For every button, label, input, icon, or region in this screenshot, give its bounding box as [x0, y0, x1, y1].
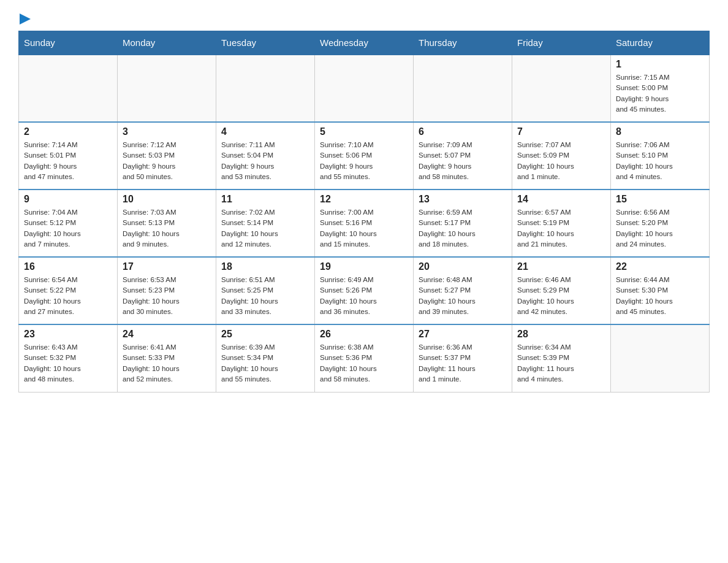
- calendar-cell: 2Sunrise: 7:14 AM Sunset: 5:01 PM Daylig…: [19, 122, 118, 190]
- day-info: Sunrise: 6:54 AM Sunset: 5:22 PM Dayligh…: [24, 275, 112, 317]
- day-number: 9: [24, 194, 112, 205]
- calendar-cell: 14Sunrise: 6:57 AM Sunset: 5:19 PM Dayli…: [512, 190, 611, 257]
- calendar-cell: 12Sunrise: 7:00 AM Sunset: 5:16 PM Dayli…: [315, 190, 414, 257]
- day-info: Sunrise: 7:00 AM Sunset: 5:16 PM Dayligh…: [320, 207, 408, 250]
- calendar-cell: 23Sunrise: 6:43 AM Sunset: 5:32 PM Dayli…: [19, 324, 118, 392]
- day-number: 25: [221, 329, 309, 340]
- day-info: Sunrise: 6:44 AM Sunset: 5:30 PM Dayligh…: [616, 275, 704, 317]
- calendar-cell: 13Sunrise: 6:59 AM Sunset: 5:17 PM Dayli…: [414, 190, 512, 257]
- weekday-header-saturday: Saturday: [611, 31, 710, 55]
- svg-marker-0: [20, 13, 31, 25]
- weekday-header-thursday: Thursday: [414, 31, 512, 55]
- day-number: 4: [221, 126, 309, 137]
- day-info: Sunrise: 7:02 AM Sunset: 5:14 PM Dayligh…: [221, 207, 309, 250]
- calendar-week-row: 23Sunrise: 6:43 AM Sunset: 5:32 PM Dayli…: [19, 324, 710, 392]
- calendar-cell: [611, 324, 710, 392]
- day-number: 19: [320, 261, 408, 272]
- calendar-cell: 3Sunrise: 7:12 AM Sunset: 5:03 PM Daylig…: [118, 122, 216, 190]
- day-info: Sunrise: 6:53 AM Sunset: 5:23 PM Dayligh…: [123, 275, 211, 317]
- calendar-cell: 19Sunrise: 6:49 AM Sunset: 5:26 PM Dayli…: [315, 257, 414, 324]
- day-number: 20: [419, 261, 507, 272]
- calendar-week-row: 16Sunrise: 6:54 AM Sunset: 5:22 PM Dayli…: [19, 257, 710, 324]
- calendar-cell: 20Sunrise: 6:48 AM Sunset: 5:27 PM Dayli…: [414, 257, 512, 324]
- day-info: Sunrise: 7:11 AM Sunset: 5:04 PM Dayligh…: [221, 140, 309, 182]
- calendar-week-row: 2Sunrise: 7:14 AM Sunset: 5:01 PM Daylig…: [19, 122, 710, 190]
- day-info: Sunrise: 6:59 AM Sunset: 5:17 PM Dayligh…: [419, 207, 507, 250]
- day-info: Sunrise: 6:36 AM Sunset: 5:37 PM Dayligh…: [419, 342, 507, 385]
- calendar-cell: [315, 55, 414, 122]
- calendar-table: SundayMondayTuesdayWednesdayThursdayFrid…: [18, 31, 710, 393]
- calendar-cell: 21Sunrise: 6:46 AM Sunset: 5:29 PM Dayli…: [512, 257, 611, 324]
- day-number: 1: [616, 59, 704, 70]
- calendar-cell: 28Sunrise: 6:34 AM Sunset: 5:39 PM Dayli…: [512, 324, 611, 392]
- logo: [18, 12, 31, 25]
- day-number: 3: [123, 126, 211, 137]
- day-info: Sunrise: 6:56 AM Sunset: 5:20 PM Dayligh…: [616, 207, 704, 250]
- day-info: Sunrise: 6:49 AM Sunset: 5:26 PM Dayligh…: [320, 275, 408, 317]
- weekday-header-friday: Friday: [512, 31, 611, 55]
- calendar-cell: 18Sunrise: 6:51 AM Sunset: 5:25 PM Dayli…: [216, 257, 315, 324]
- day-number: 18: [221, 261, 309, 272]
- calendar-cell: 8Sunrise: 7:06 AM Sunset: 5:10 PM Daylig…: [611, 122, 710, 190]
- day-number: 26: [320, 329, 408, 340]
- calendar-cell: 26Sunrise: 6:38 AM Sunset: 5:36 PM Dayli…: [315, 324, 414, 392]
- calendar-cell: [118, 55, 216, 122]
- day-info: Sunrise: 7:14 AM Sunset: 5:01 PM Dayligh…: [24, 140, 112, 182]
- day-number: 12: [320, 194, 408, 205]
- calendar-cell: 11Sunrise: 7:02 AM Sunset: 5:14 PM Dayli…: [216, 190, 315, 257]
- calendar-week-row: 9Sunrise: 7:04 AM Sunset: 5:12 PM Daylig…: [19, 190, 710, 257]
- calendar-cell: [414, 55, 512, 122]
- calendar-cell: 25Sunrise: 6:39 AM Sunset: 5:34 PM Dayli…: [216, 324, 315, 392]
- calendar-cell: 22Sunrise: 6:44 AM Sunset: 5:30 PM Dayli…: [611, 257, 710, 324]
- day-number: 14: [517, 194, 605, 205]
- day-number: 2: [24, 126, 112, 137]
- weekday-header-tuesday: Tuesday: [216, 31, 315, 55]
- logo-arrow-icon: [20, 13, 31, 25]
- calendar-cell: [19, 55, 118, 122]
- calendar-cell: 4Sunrise: 7:11 AM Sunset: 5:04 PM Daylig…: [216, 122, 315, 190]
- day-number: 27: [419, 329, 507, 340]
- day-number: 10: [123, 194, 211, 205]
- day-number: 13: [419, 194, 507, 205]
- day-number: 22: [616, 261, 704, 272]
- day-info: Sunrise: 7:07 AM Sunset: 5:09 PM Dayligh…: [517, 140, 605, 182]
- calendar-cell: 1Sunrise: 7:15 AM Sunset: 5:00 PM Daylig…: [611, 55, 710, 122]
- calendar-cell: [216, 55, 315, 122]
- calendar-week-row: 1Sunrise: 7:15 AM Sunset: 5:00 PM Daylig…: [19, 55, 710, 122]
- calendar-cell: 6Sunrise: 7:09 AM Sunset: 5:07 PM Daylig…: [414, 122, 512, 190]
- day-info: Sunrise: 6:48 AM Sunset: 5:27 PM Dayligh…: [419, 275, 507, 317]
- calendar-cell: 15Sunrise: 6:56 AM Sunset: 5:20 PM Dayli…: [611, 190, 710, 257]
- day-number: 23: [24, 329, 112, 340]
- weekday-header-sunday: Sunday: [19, 31, 118, 55]
- weekday-header-row: SundayMondayTuesdayWednesdayThursdayFrid…: [19, 31, 710, 55]
- calendar-cell: 24Sunrise: 6:41 AM Sunset: 5:33 PM Dayli…: [118, 324, 216, 392]
- day-info: Sunrise: 6:39 AM Sunset: 5:34 PM Dayligh…: [221, 342, 309, 385]
- day-number: 5: [320, 126, 408, 137]
- day-info: Sunrise: 6:43 AM Sunset: 5:32 PM Dayligh…: [24, 342, 112, 385]
- calendar-cell: 16Sunrise: 6:54 AM Sunset: 5:22 PM Dayli…: [19, 257, 118, 324]
- weekday-header-monday: Monday: [118, 31, 216, 55]
- page-header: [18, 12, 710, 25]
- day-info: Sunrise: 6:41 AM Sunset: 5:33 PM Dayligh…: [123, 342, 211, 385]
- calendar-cell: 9Sunrise: 7:04 AM Sunset: 5:12 PM Daylig…: [19, 190, 118, 257]
- day-number: 11: [221, 194, 309, 205]
- day-number: 8: [616, 126, 704, 137]
- calendar-cell: 7Sunrise: 7:07 AM Sunset: 5:09 PM Daylig…: [512, 122, 611, 190]
- day-number: 17: [123, 261, 211, 272]
- day-info: Sunrise: 6:46 AM Sunset: 5:29 PM Dayligh…: [517, 275, 605, 317]
- day-info: Sunrise: 6:57 AM Sunset: 5:19 PM Dayligh…: [517, 207, 605, 250]
- calendar-cell: 10Sunrise: 7:03 AM Sunset: 5:13 PM Dayli…: [118, 190, 216, 257]
- day-number: 24: [123, 329, 211, 340]
- day-number: 21: [517, 261, 605, 272]
- day-number: 7: [517, 126, 605, 137]
- calendar-cell: [512, 55, 611, 122]
- day-number: 16: [24, 261, 112, 272]
- day-number: 15: [616, 194, 704, 205]
- day-number: 28: [517, 329, 605, 340]
- day-info: Sunrise: 6:38 AM Sunset: 5:36 PM Dayligh…: [320, 342, 408, 385]
- calendar-cell: 17Sunrise: 6:53 AM Sunset: 5:23 PM Dayli…: [118, 257, 216, 324]
- day-info: Sunrise: 6:34 AM Sunset: 5:39 PM Dayligh…: [517, 342, 605, 385]
- day-info: Sunrise: 7:06 AM Sunset: 5:10 PM Dayligh…: [616, 140, 704, 182]
- weekday-header-wednesday: Wednesday: [315, 31, 414, 55]
- day-info: Sunrise: 7:04 AM Sunset: 5:12 PM Dayligh…: [24, 207, 112, 250]
